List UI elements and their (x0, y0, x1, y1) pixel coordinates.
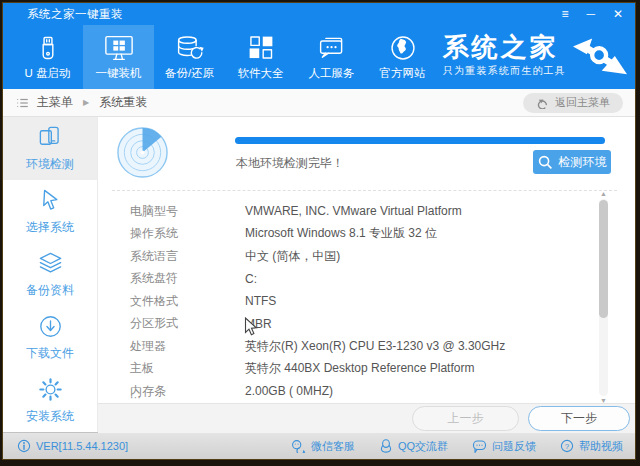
info-value: MBR (245, 317, 272, 331)
software-grid-icon (246, 34, 276, 62)
list-icon (15, 96, 30, 110)
info-label: 电脑型号 (130, 203, 245, 220)
backup-restore-icon (173, 34, 207, 62)
next-step-button[interactable]: 下一步 (528, 406, 630, 431)
info-label: 操作系统 (130, 225, 245, 242)
info-value: 2.00GB ( 0MHZ) (245, 384, 333, 398)
qq-icon (379, 439, 393, 453)
info-label: 文件格式 (130, 293, 245, 310)
radar-scan-icon (115, 125, 170, 180)
info-row: 操作系统 Microsoft Windows 8.1 专业版 32 位 (130, 223, 590, 246)
version-label: VER[11.5.44.1230] (36, 440, 128, 452)
nav-tab-onekey-install[interactable]: 一键装机 (83, 25, 154, 89)
info-value: Microsoft Windows 8.1 专业版 32 位 (245, 225, 437, 242)
help-icon: ? (560, 439, 574, 453)
brand-tagline: 只为重装系统而生的工具 (443, 64, 566, 78)
info-value: 英特尔(R) Xeon(R) CPU E3-1230 v3 @ 3.30GHz (245, 338, 505, 355)
scrollbar[interactable]: ▲ ▼ (598, 190, 609, 405)
system-info-table: 电脑型号 VMWARE, INC. VMware Virtual Platfor… (130, 200, 590, 403)
nav-tab-service[interactable]: 人工服务 (296, 25, 367, 89)
download-circle-icon (37, 313, 64, 340)
env-check-status-text: 本地环境检测完毕！ (236, 155, 344, 172)
info-label: 处理器 (130, 338, 245, 355)
globe-icon (388, 34, 418, 62)
scrollbar-thumb[interactable] (599, 200, 608, 318)
close-icon[interactable]: ✕ (613, 8, 623, 20)
previous-step-button[interactable]: 上一步 (412, 406, 519, 431)
info-row: 主板 英特尔 440BX Desktop Reference Platform (130, 358, 590, 381)
dashed-divider (112, 190, 617, 191)
sidebar-item-label: 选择系统 (26, 219, 74, 236)
usb-icon (33, 34, 63, 62)
feedback-label: 问题反馈 (492, 439, 536, 454)
feedback-icon (472, 439, 487, 453)
nav-tab-label: 官方网站 (380, 66, 426, 81)
double-arrow-logo-icon (573, 36, 627, 76)
statusbar-links: 微信客服 QQ交流群 (291, 439, 623, 454)
nav-tab-backup-restore[interactable]: 备份/还原 (154, 25, 225, 89)
sidebar-item-install-system[interactable]: 安装系统 (3, 369, 97, 432)
wechat-icon (291, 439, 306, 453)
brand-logo: 系统之家 只为重装系统而生的工具 (443, 34, 627, 78)
detect-environment-label: 检测环境 (559, 154, 607, 171)
sidebar-item-env-check[interactable]: 环境检测 (3, 117, 97, 180)
qq-group-label: QQ交流群 (398, 439, 448, 454)
version-info: VER[11.5.44.1230] (17, 439, 128, 453)
main-nav: U 盘启动 一键装机 (3, 25, 635, 89)
wizard-button-strip: 上一步 下一步 (98, 403, 635, 433)
info-row: 系统语言 中文 (简体，中国) (130, 245, 590, 268)
env-check-progress-fill (235, 137, 605, 144)
brand-title: 系统之家 (443, 34, 566, 60)
gear-icon (37, 376, 64, 403)
breadcrumb-root[interactable]: 主菜单 (37, 94, 73, 111)
window-controls: ≡ ─ ✕ (561, 8, 623, 20)
nav-tab-label: 软件大全 (238, 66, 284, 81)
feedback-link[interactable]: 问题反馈 (472, 439, 536, 454)
info-value: 英特尔 440BX Desktop Reference Platform (245, 360, 474, 377)
detect-environment-button[interactable]: 检测环境 (533, 150, 611, 174)
status-bar: VER[11.5.44.1230] 微信客服 (3, 432, 635, 459)
menu-icon[interactable]: ≡ (561, 8, 568, 20)
info-label: 分区形式 (130, 315, 245, 332)
info-label: 主板 (130, 360, 245, 377)
sidebar-item-label: 备份资料 (26, 282, 74, 299)
info-value: NTFS (245, 294, 276, 308)
sidebar-item-download-file[interactable]: 下载文件 (3, 306, 97, 369)
search-icon (538, 155, 553, 170)
monitor-windows-icon (102, 34, 136, 62)
info-row: 内存条 2.00GB ( 0MHZ) (130, 380, 590, 403)
sidebar-item-select-system[interactable]: 选择系统 (3, 180, 97, 243)
info-row: 文件格式 NTFS (130, 290, 590, 313)
info-row: 系统盘符 C: (130, 268, 590, 291)
scrollbar-up-icon[interactable]: ▲ (598, 190, 609, 198)
minimize-icon[interactable]: ─ (586, 8, 595, 20)
info-label: 系统语言 (130, 248, 245, 265)
help-video-link[interactable]: ? 帮助视频 (560, 439, 623, 454)
info-icon (17, 439, 31, 453)
nav-tab-label: U 盘启动 (25, 66, 71, 81)
breadcrumb-current: 系统重装 (99, 94, 147, 111)
qq-group-link[interactable]: QQ交流群 (379, 439, 448, 454)
breadcrumb: 主菜单 ▶ 系统重装 返回主菜单 (3, 89, 635, 117)
customer-service-icon (315, 34, 349, 62)
info-label: 内存条 (130, 383, 245, 400)
nav-tab-label: 人工服务 (309, 66, 355, 81)
wechat-support-link[interactable]: 微信客服 (291, 439, 355, 454)
sidebar-item-backup-data[interactable]: 备份资料 (3, 243, 97, 306)
info-label: 系统盘符 (130, 270, 245, 287)
main-panel: 本地环境检测完毕！ 检测环境 电脑型号 VMWARE, INC. VMware … (98, 117, 635, 432)
sidebar: 环境检测 选择系统 备份资料 (3, 117, 98, 432)
back-arrow-icon (536, 97, 549, 109)
breadcrumb-separator-icon: ▶ (83, 98, 89, 107)
nav-tab-website[interactable]: 官方网站 (367, 25, 438, 89)
sidebar-item-label: 安装系统 (26, 408, 74, 425)
layers-icon (37, 250, 64, 277)
wechat-support-label: 微信客服 (311, 439, 355, 454)
info-row: 处理器 英特尔(R) Xeon(R) CPU E3-1230 v3 @ 3.30… (130, 335, 590, 358)
return-main-menu-button[interactable]: 返回主菜单 (523, 93, 623, 113)
info-value: VMWARE, INC. VMware Virtual Platform (245, 204, 462, 218)
env-check-progressbar (235, 137, 605, 144)
nav-tab-software[interactable]: 软件大全 (225, 25, 296, 89)
nav-tab-usb-boot[interactable]: U 盘启动 (12, 25, 83, 89)
nav-tab-label: 备份/还原 (165, 66, 214, 81)
